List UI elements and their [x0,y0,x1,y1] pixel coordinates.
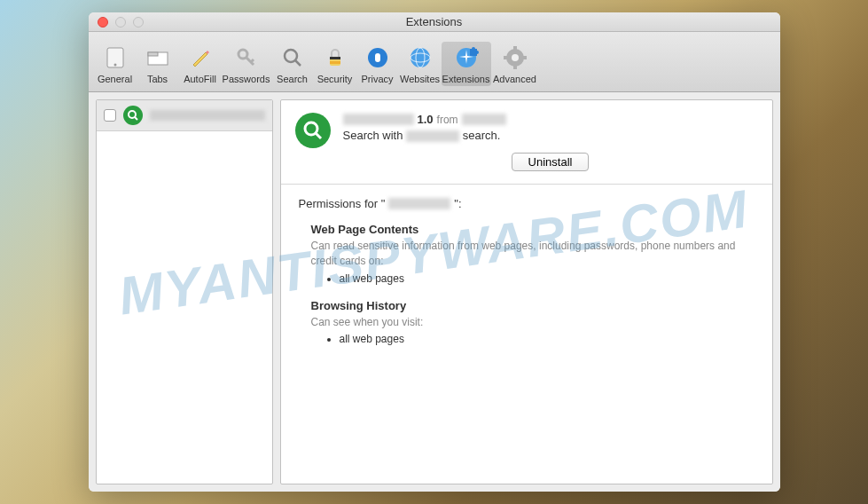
perm-title: Web Page Contents [311,223,755,236]
extensions-sidebar [96,99,273,484]
traffic-lights [89,17,144,28]
tab-search[interactable]: Search [271,42,314,86]
tab-label: Tabs [147,74,168,84]
perm-list: all web pages [340,272,755,285]
perm-list-item: all web pages [340,333,755,345]
tab-label: AutoFill [184,74,216,84]
desc-redacted [406,130,459,142]
tab-general[interactable]: General [94,42,137,86]
extension-icon [123,106,143,125]
tab-label: Security [317,74,353,84]
permissions-section: Permissions for " ": Web Page Contents C… [281,185,772,372]
perm-title: Browsing History [311,299,755,312]
detail-info: 1.0 from Search with search. Uninstall [343,113,758,171]
tab-label: Passwords [223,74,270,84]
privacy-icon [364,43,392,72]
svg-point-5 [285,50,297,62]
titlebar: Extensions [89,12,780,32]
extension-name-redacted [343,114,414,125]
from-label: from [437,114,458,126]
tab-passwords[interactable]: Passwords [222,42,271,86]
svg-rect-11 [375,53,380,62]
svg-rect-8 [330,57,340,59]
extensions-icon [452,43,481,72]
close-button[interactable] [98,17,108,28]
content-area: 1.0 from Search with search. Uninstall [89,92,780,492]
toolbar: General Tabs AutoFill Passwords Search [89,32,780,92]
tab-label: Search [277,74,308,84]
tab-label: Extensions [442,74,490,84]
desc-prefix: Search with [343,129,403,142]
extension-detail-panel: 1.0 from Search with search. Uninstall [280,99,773,484]
extension-list-item[interactable] [97,100,272,131]
general-icon [101,43,129,72]
desc-suffix: search. [463,129,501,142]
svg-point-1 [113,63,116,66]
perm-name-redacted [388,198,450,209]
svg-rect-24 [522,56,527,59]
tab-advanced[interactable]: Advanced [491,42,539,86]
svg-point-17 [472,47,475,51]
svg-rect-21 [513,46,517,51]
tab-label: Advanced [493,74,536,84]
permission-webpage-contents: Web Page Contents Can read sensitive inf… [311,223,755,285]
tab-label: General [98,74,132,84]
extension-version: 1.0 [418,113,434,126]
minimize-button[interactable] [115,17,126,28]
perm-list-item: all web pages [340,272,755,285]
perm-list: all web pages [340,333,755,345]
svg-rect-3 [148,52,158,56]
tab-privacy[interactable]: Privacy [356,42,399,86]
perm-desc: Can read sensitive information from web … [311,239,755,269]
tab-extensions[interactable]: Extensions [442,42,491,86]
svg-point-18 [475,51,479,54]
preferences-window: Extensions General Tabs AutoFill Passwor… [89,12,780,492]
extension-enable-checkbox[interactable] [104,109,116,122]
tabs-icon [144,43,172,72]
perm-desc: Can see when you visit: [311,315,755,330]
key-icon [232,43,261,72]
svg-rect-23 [504,56,508,59]
extension-author-redacted [462,114,506,125]
tab-label: Privacy [361,74,393,84]
tab-security[interactable]: Security [314,42,356,86]
permissions-header: Permissions for " ": [299,197,755,210]
gear-icon [501,43,529,72]
window-title: Extensions [406,15,463,28]
tab-tabs[interactable]: Tabs [137,42,179,86]
svg-point-12 [411,48,430,67]
autofill-icon [186,43,215,72]
perm-header-suffix: ": [454,197,461,210]
extension-description: Search with search. [343,129,758,142]
svg-point-26 [305,122,317,135]
lock-icon [321,43,349,72]
uninstall-row: Uninstall [343,153,758,171]
uninstall-button[interactable]: Uninstall [512,153,590,171]
search-icon [278,43,307,72]
extension-detail-icon [295,113,331,148]
tab-autofill[interactable]: AutoFill [179,42,222,86]
globe-icon [406,43,434,72]
detail-header: 1.0 from Search with search. Uninstall [281,100,772,185]
permission-browsing-history: Browsing History Can see when you visit:… [311,299,755,346]
svg-point-25 [129,111,136,118]
tab-websites[interactable]: Websites [399,42,442,86]
svg-rect-22 [513,65,517,69]
extension-name-redacted [150,110,265,121]
svg-point-20 [512,54,519,61]
perm-header-prefix: Permissions for " [299,197,386,210]
detail-title-row: 1.0 from [343,113,758,126]
tab-label: Websites [400,74,440,84]
maximize-button[interactable] [133,17,144,28]
svg-rect-9 [330,61,340,64]
